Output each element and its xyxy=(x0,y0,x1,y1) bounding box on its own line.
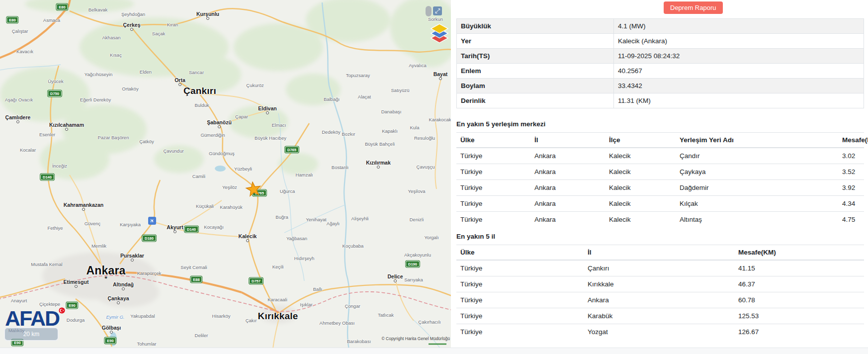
map-label-village: Küçükali xyxy=(196,203,214,209)
table-cell: Kalecik xyxy=(605,180,676,196)
table-cell: Türkiye xyxy=(456,180,530,196)
map-label-village: Ağaylı xyxy=(327,221,340,226)
map-label-village: Sorkun xyxy=(428,16,443,22)
map-label-city: Çankırı xyxy=(183,86,216,96)
airport-icon: ✈ xyxy=(148,217,156,225)
map-label-shield: E88 xyxy=(190,276,202,283)
column-header: Mesafe(KM) xyxy=(838,133,864,148)
map-marker-pill[interactable] xyxy=(426,6,432,16)
table-cell: 4.75 xyxy=(838,212,864,228)
map-label-village: Yenihayat xyxy=(306,217,326,222)
town-dot xyxy=(110,331,113,334)
column-header: Mesafe(KM) xyxy=(734,245,864,261)
details-row: Derinlik11.31 (KM) xyxy=(457,93,864,108)
table-cell: Ankara xyxy=(530,180,605,196)
map-label-village: Koçubaba xyxy=(343,243,364,249)
table-row: TürkiyeAnkaraKalecikKılçak4.34 xyxy=(456,196,864,212)
map-label-shield: D750 xyxy=(48,90,62,97)
map-label-village: Buğra xyxy=(275,214,288,220)
table-cell: 125.53 xyxy=(734,308,864,324)
map-label-water: Eymir G. xyxy=(106,314,125,320)
table-cell: Kalecik xyxy=(605,164,676,180)
map-label-town: Altındağ xyxy=(113,281,134,287)
town-dot xyxy=(377,166,380,169)
map-label-village: Kula xyxy=(410,125,419,130)
map-label-village: Gündoğmuş xyxy=(209,151,235,156)
map-label-town: Orta xyxy=(174,77,185,83)
map-label-village: Belkavak xyxy=(88,7,108,12)
town-dot xyxy=(266,111,269,114)
table-cell: 3.02 xyxy=(838,148,864,164)
map-label-village: Çapar xyxy=(235,114,248,119)
map-label-town: Eldivan xyxy=(258,105,276,111)
map-label-town: Gölbaşı xyxy=(102,325,121,331)
map-label-shield: E80 xyxy=(56,4,68,10)
map-label-village: Topuzsaray xyxy=(346,73,370,78)
nearest-provinces-table: ÜlkeİlMesafe(KM)TürkiyeÇankırı41.15Türki… xyxy=(456,245,864,340)
table-cell: Türkiye xyxy=(456,260,584,276)
map-label-town: Bayat xyxy=(434,71,448,77)
table-cell: Türkiye xyxy=(456,308,584,324)
table-cell: Kalecik xyxy=(605,148,676,164)
expand-map-button[interactable]: ⤢ xyxy=(433,6,442,15)
map-label-village: Şeyhdoğan xyxy=(121,11,145,17)
map-label-village: Bozkır xyxy=(342,131,355,137)
table-cell: Çankırı xyxy=(584,260,734,276)
map-label-town: Kızılcahamam xyxy=(49,122,84,128)
map-label-town: Çamlıdere xyxy=(5,114,31,120)
column-header: Ülke xyxy=(456,245,584,261)
details-value: 33.4342 xyxy=(614,79,864,93)
table-cell: Türkiye xyxy=(456,324,584,340)
table-row: TürkiyeAnkaraKalecikÇaykaya3.52 xyxy=(456,164,864,180)
map-label-village: Gümerdiğin xyxy=(200,132,225,138)
map-label-village: Memlik xyxy=(91,243,106,249)
layers-control-icon[interactable] xyxy=(430,23,449,45)
details-row: YerKalecik (Ankara) xyxy=(457,34,864,49)
table-row: TürkiyeAnkaraKalecikAltıntaş4.75 xyxy=(456,212,864,228)
map-label-village: Resuloğlu xyxy=(414,135,435,141)
map-label-village: Fethiye xyxy=(47,225,63,231)
map-label-village: Ayvalıca xyxy=(409,63,427,68)
details-row: Enlem40.2567 xyxy=(457,64,864,79)
map-label-town: Kalecik xyxy=(239,233,257,239)
map-label-shield: D190 xyxy=(406,261,420,267)
details-value: 4.1 (MW) xyxy=(614,19,864,34)
map-label-shield: E90 xyxy=(104,338,116,344)
earthquake-info-panel: Deprem Raporu Büyüklük4.1 (MW)YerKalecik… xyxy=(451,0,868,348)
map-base-art xyxy=(0,0,451,348)
table-cell: Türkiye xyxy=(456,196,530,212)
table-cell: 41.15 xyxy=(734,260,864,276)
table-cell: Çaykaya xyxy=(676,164,838,180)
table-cell: 4.34 xyxy=(838,196,864,212)
details-label: Tarih(TS) xyxy=(457,49,614,64)
map-label-village: Pazar Başören xyxy=(98,135,129,140)
table-row: TürkiyeAnkaraKalecikDağdemir3.92 xyxy=(456,180,864,196)
map-label-village: Ortaköy xyxy=(122,86,138,91)
table-cell: 60.78 xyxy=(734,292,864,308)
table-cell: Türkiye xyxy=(456,148,530,164)
map-label-village: Sarıyaka xyxy=(404,277,423,282)
map-label-town: Kızılırmak xyxy=(366,160,391,166)
map-label-village: Hamzalı xyxy=(296,172,313,177)
map-label-village: Çavundur xyxy=(163,148,183,154)
map-label-village: Çavuşçu xyxy=(417,164,435,170)
details-label: Derinlik xyxy=(457,93,614,108)
map-label-village: Balbağı xyxy=(324,96,340,102)
map-label-village: Yüzbeyli xyxy=(234,166,252,172)
map-label-village: Üyücek xyxy=(48,79,64,84)
map-label-village: Alaçat xyxy=(358,94,371,99)
map-label-village: Çakır xyxy=(246,318,257,323)
details-label: Yer xyxy=(457,34,614,49)
town-dot xyxy=(131,259,134,262)
table-cell: 126.67 xyxy=(734,324,864,340)
town-dot xyxy=(117,301,120,304)
map-label-village: Büyük Hacıbey xyxy=(255,135,286,141)
map-label-village: Işıklar xyxy=(300,302,312,307)
map[interactable]: ÇankırıAnkara★KırıkkaleÇerkeşKurşunluOrt… xyxy=(0,0,451,348)
details-row: Büyüklük4.1 (MW) xyxy=(457,19,864,34)
map-label-town: Çerkeş xyxy=(123,22,140,28)
earthquake-report-button[interactable]: Deprem Raporu xyxy=(664,1,723,14)
epicenter-star-icon[interactable] xyxy=(244,180,263,198)
table-row: TürkiyeÇankırı41.15 xyxy=(456,260,864,276)
map-label-town: Etimesgut xyxy=(64,279,89,285)
